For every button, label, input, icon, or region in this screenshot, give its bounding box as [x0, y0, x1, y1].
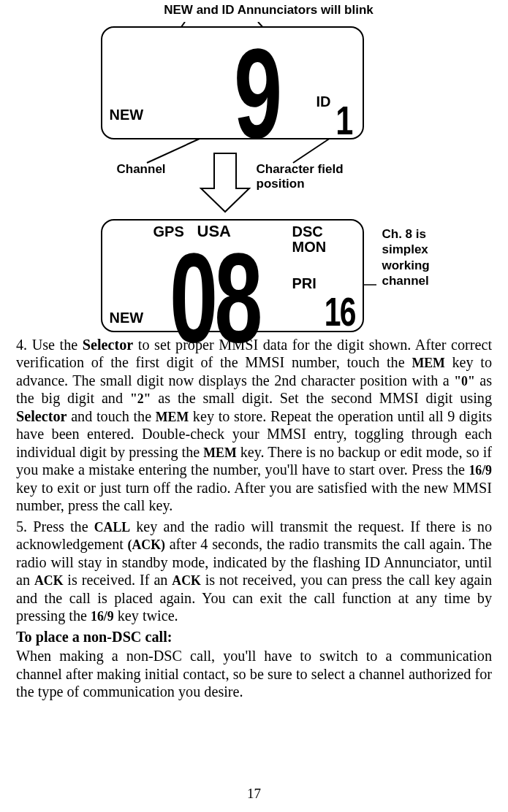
annunciator-mon: MON — [292, 239, 327, 256]
label-side-note: Ch. 8 is simplex working channel — [382, 226, 430, 288]
kw-169b: 16/9 — [91, 609, 114, 624]
kw-169: 16/9 — [469, 463, 492, 478]
figure-area: NEW ID 9 1 Channel Character field posit… — [17, 22, 492, 336]
kw-2: "2" — [130, 391, 151, 406]
paragraph-non-dsc: When making a non-DSC call, you'll have … — [16, 647, 492, 700]
annunciator-new: NEW — [110, 107, 144, 123]
kw-mem3: MEM — [203, 445, 236, 460]
t: 4. Use the — [16, 337, 83, 353]
kw-call: CALL — [94, 520, 130, 535]
subhead-non-dsc: To place a non-DSC call: — [16, 628, 492, 646]
t: as the small digit. Set the second MMSI … — [151, 390, 492, 406]
side-l1: Ch. 8 is — [382, 227, 426, 241]
kw-ack: ACK — [34, 573, 63, 588]
t: is received. If an — [63, 572, 172, 588]
kw-0: "0" — [454, 374, 475, 388]
t: key twice. — [114, 608, 178, 624]
body-text: 4. Use the Selector to set proper MMSI d… — [16, 336, 492, 700]
lcd1-small-digit: 1 — [335, 98, 353, 144]
kw-selector2: Selector — [16, 408, 67, 424]
caption-top: NEW and ID Annunciators will blink — [45, 0, 492, 22]
side-l4: channel — [382, 274, 429, 288]
lcd-display-1: NEW ID 9 1 — [101, 26, 364, 139]
kw-selector: Selector — [83, 337, 134, 353]
kw-ackp: (ACK) — [128, 537, 165, 552]
annunciator-dsc: DSC — [292, 223, 323, 240]
kw-mem: MEM — [412, 356, 444, 370]
kw-mem2: MEM — [156, 410, 189, 424]
step-5: 5. Press the CALL key and the radio will… — [16, 518, 492, 625]
annunciator-pri: PRI — [292, 275, 316, 292]
label-channel: Channel — [117, 162, 166, 177]
t: 5. Press the — [16, 518, 94, 535]
lcd1-big-digit: 9 — [234, 20, 282, 166]
side-l2: simplex — [382, 242, 428, 256]
lcd-display-2: GPS USA DSC MON PRI NEW 08 16 — [101, 219, 364, 332]
label-char-field-2: position — [257, 177, 305, 191]
kw-ack2: ACK — [172, 573, 200, 588]
page-number: 17 — [0, 786, 508, 802]
annunciator-new-2: NEW — [110, 310, 144, 326]
label-char-field-1: Character field — [257, 162, 344, 177]
svg-line-2 — [147, 139, 200, 163]
lcd2-small-digit: 16 — [324, 289, 355, 335]
lcd2-big-digit: 08 — [170, 225, 259, 371]
t: key to exit or just turn off the radio. … — [16, 480, 492, 513]
side-l3: working — [382, 258, 430, 272]
t: and touch the — [67, 408, 156, 424]
annunciator-id: ID — [316, 93, 331, 110]
